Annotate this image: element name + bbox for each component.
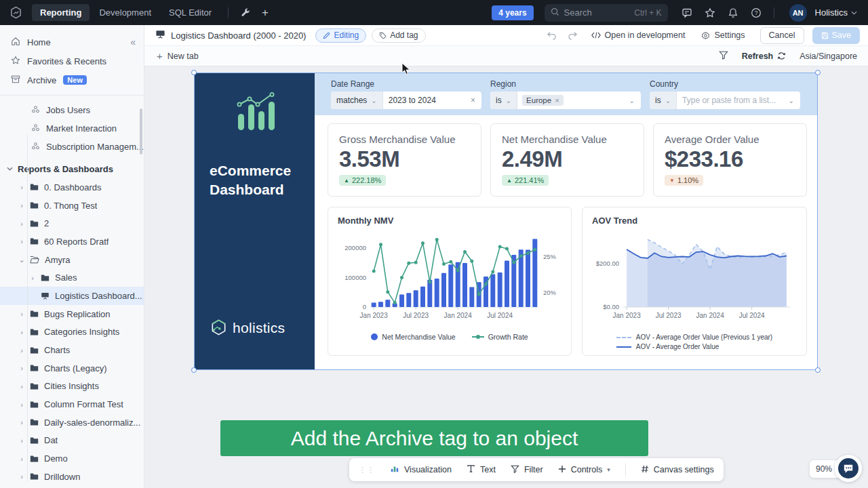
nav-item-development[interactable]: Development (91, 4, 159, 21)
tree-item-dat[interactable]: ›Dat (0, 432, 144, 450)
sidebar-item-favorites-recents[interactable]: Favorites & Recents (0, 52, 144, 70)
filter-operator-dropdown[interactable]: is⌄ (650, 92, 677, 109)
toolbar-filter-button[interactable]: Filter (511, 465, 543, 475)
settings-button[interactable]: Settings (696, 28, 750, 43)
chevron-right-icon[interactable]: › (18, 455, 26, 463)
holistics-logo-icon[interactable] (9, 6, 22, 19)
chevron-right-icon[interactable]: › (18, 237, 26, 245)
chevron-right-icon[interactable]: › (18, 364, 26, 372)
refresh-button[interactable]: Refresh (742, 52, 787, 61)
clear-filter-icon[interactable]: × (465, 96, 481, 105)
chevron-right-icon[interactable]: › (18, 436, 26, 445)
tree-item-0-dashboards[interactable]: ›0. Dashboards (0, 178, 144, 197)
tree-item-daily-sales-denormaliz-[interactable]: ›Daily-sales-denormaliz... (0, 413, 144, 432)
tree-item-bugs-replication[interactable]: ›Bugs Replication (0, 305, 144, 323)
user-avatar[interactable]: AN (789, 4, 807, 22)
open-in-development-button[interactable]: Open in development (586, 28, 691, 43)
kpi-card-average-order-value[interactable]: Average Order Value$233.16▼1.10% (653, 123, 807, 197)
branding-panel[interactable]: eCommerce Dashboard holistics (195, 73, 315, 369)
org-switcher[interactable]: Holistics (815, 7, 859, 18)
tree-item-charts[interactable]: ›Charts (0, 341, 144, 359)
tools-wrench-icon[interactable] (237, 5, 255, 20)
feedback-icon[interactable] (677, 5, 696, 21)
chevron-right-icon[interactable]: › (18, 346, 26, 354)
drag-handle[interactable]: ⋮⋮ (359, 468, 375, 472)
filter-control[interactable]: matches⌄2023 to 2024× (331, 92, 481, 109)
top-navigation-bar: ReportingDevelopmentSQL Editor + 4 years… (0, 0, 868, 25)
notifications-bell-icon[interactable] (724, 5, 743, 21)
chevron-down-icon[interactable]: ⌄ (623, 97, 641, 104)
tree-item-categories-insights[interactable]: ›Categories Insights (0, 323, 144, 342)
sidebar-dataset-jobs-users[interactable]: Jobs Users (0, 101, 144, 119)
tag-icon (379, 32, 387, 39)
help-icon[interactable]: ? (747, 5, 766, 21)
chevron-right-icon[interactable]: › (18, 328, 26, 336)
toolbar-text-button[interactable]: Text (467, 464, 496, 475)
filter-control[interactable]: is⌄Type or paste from a list...⌄ (650, 92, 800, 109)
remove-chip-icon[interactable]: × (555, 96, 559, 104)
aov-trend-chart[interactable]: AOV Trend $200.00$0.00Jan 2023Jul 2023Ja… (582, 207, 807, 356)
section-reports-dashboards[interactable]: Reports & Dashboards (0, 159, 144, 178)
tree-item-cities-insights[interactable]: ›Cities Insights (0, 378, 144, 396)
chevron-right-icon[interactable]: › (18, 220, 26, 228)
tree-item-logistics-dashboard-[interactable]: Logistics Dashboard... (0, 287, 144, 305)
chevron-down-icon[interactable]: ⌄ (783, 97, 800, 104)
favorites-star-icon[interactable] (701, 5, 719, 21)
monthly-nmv-chart[interactable]: Monthly NMV 010000020000025%20%Jan 2023J… (328, 207, 572, 356)
editing-badge[interactable]: Editing (315, 28, 366, 43)
tree-item-drilldown[interactable]: ›Drilldown (0, 468, 144, 486)
redo-button[interactable] (565, 28, 580, 43)
tree-item-charts-legacy-[interactable]: ›Charts (Legacy) (0, 359, 144, 378)
add-plus-icon[interactable]: + (258, 3, 273, 22)
chat-fab[interactable] (835, 455, 862, 482)
filter-operator-dropdown[interactable]: is⌄ (490, 92, 517, 109)
chevron-right-icon[interactable]: › (18, 418, 26, 426)
search-placeholder: Search (564, 7, 630, 18)
kpi-card-net-merchandise-value[interactable]: Net Merchandise Value2.49M▲221.41% (490, 123, 644, 197)
chevron-right-icon[interactable]: › (18, 401, 26, 409)
filter-operator-dropdown[interactable]: matches⌄ (331, 92, 383, 109)
tree-item-demo[interactable]: ›Demo (0, 449, 144, 468)
tree-item-0-thong-test[interactable]: ›0. Thong Test (0, 197, 144, 215)
sidebar-dataset-market-interaction[interactable]: Market Interaction (0, 119, 144, 138)
tree-item-2[interactable]: ›2 (0, 214, 144, 232)
toolbar-visualization-button[interactable]: Visualization (390, 464, 452, 475)
filter-funnel-icon[interactable] (719, 51, 728, 62)
years-badge[interactable]: 4 years (492, 5, 533, 20)
resize-handle[interactable] (815, 70, 821, 75)
nav-item-sql-editor[interactable]: SQL Editor (161, 4, 220, 21)
sidebar-dataset-subscription-managem-[interactable]: Subscription Managem... (0, 138, 144, 156)
tree-item-label: 0. Dashboards (44, 182, 102, 192)
chevron-right-icon[interactable]: › (18, 183, 26, 191)
resize-handle[interactable] (815, 367, 821, 373)
timezone-label[interactable]: Asia/Singapore (800, 52, 857, 61)
chevron-right-icon[interactable]: › (18, 310, 26, 318)
kpi-card-gross-merchandise-value[interactable]: Gross Merchandise Value3.53M▲222.18% (328, 123, 481, 197)
resize-handle[interactable] (191, 367, 197, 373)
sidebar-item-archive[interactable]: ArchiveNew (0, 70, 144, 89)
collapse-sidebar-icon[interactable]: « (130, 37, 136, 47)
new-tab-button[interactable]: + New tab (157, 50, 199, 62)
chevron-down-icon[interactable]: ⌄ (18, 256, 26, 264)
chevron-right-icon[interactable]: › (18, 472, 26, 481)
dashboard-widget[interactable]: eCommerce Dashboard holistics Date Range… (195, 73, 817, 369)
toolbar-controls-button[interactable]: Controls▾ (558, 465, 610, 475)
undo-button[interactable] (544, 28, 559, 43)
tree-item-sales[interactable]: ›Sales (0, 268, 144, 287)
tree-item-column-format-test[interactable]: ›Column Format Test (0, 395, 144, 413)
toolbar-canvas-settings-button[interactable]: Canvas settings (641, 465, 714, 475)
add-tag-button[interactable]: Add tag (372, 28, 425, 43)
tree-item-amyra[interactable]: ⌄Amyra (0, 251, 144, 269)
cancel-button[interactable]: Cancel (760, 27, 804, 44)
tree-item-60-reports-dratf[interactable]: ›60 Reports Dratf (0, 232, 144, 251)
chevron-right-icon[interactable]: › (18, 201, 26, 209)
resize-handle[interactable] (191, 70, 197, 75)
chevron-right-icon[interactable]: › (28, 274, 37, 282)
chevron-right-icon[interactable]: › (18, 382, 26, 390)
nav-item-reporting[interactable]: Reporting (32, 4, 90, 21)
search-input[interactable]: Search Ctrl + K (545, 4, 668, 22)
filter-control[interactable]: is⌄Europe×⌄ (490, 92, 641, 109)
save-button[interactable]: Save (812, 27, 861, 44)
sidebar-item-home[interactable]: Home« (0, 33, 144, 52)
sidebar-scrollbar[interactable] (140, 108, 142, 155)
